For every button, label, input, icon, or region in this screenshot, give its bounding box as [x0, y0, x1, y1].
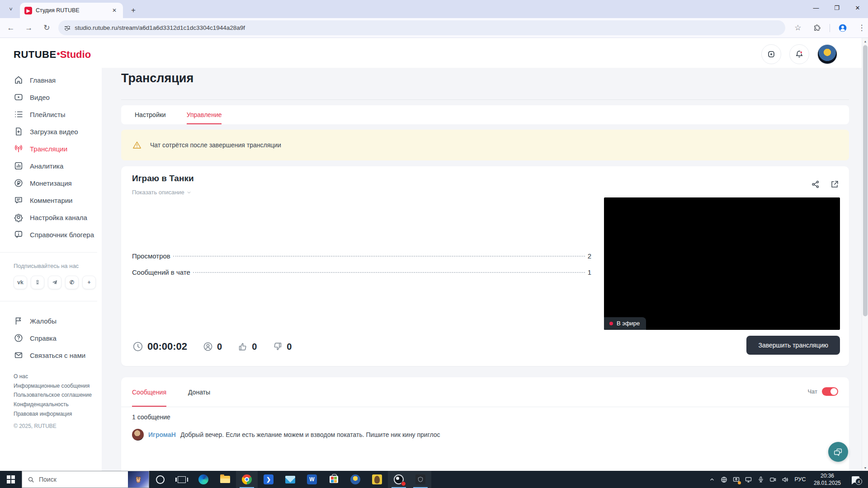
create-upload-button[interactable] — [761, 44, 781, 64]
app-avatar-button[interactable] — [344, 471, 366, 488]
word-button[interactable]: W — [301, 471, 323, 488]
tab-donations[interactable]: Донаты — [188, 377, 210, 407]
sidebar-item-label: Настройка канала — [30, 214, 87, 221]
more-socials-icon[interactable]: + — [82, 276, 96, 289]
browser-tab[interactable]: ▶ Студия RUTUBE ✕ — [20, 3, 123, 18]
flag-icon — [14, 316, 24, 326]
clock-icon — [132, 341, 144, 352]
reload-icon[interactable]: ↻ — [40, 21, 54, 35]
back-icon[interactable]: ← — [4, 21, 18, 35]
sidebar-item-help[interactable]: Справка — [14, 329, 102, 347]
stream-video-preview[interactable]: В эфире — [604, 197, 840, 330]
tab-messages[interactable]: Сообщения — [132, 377, 166, 407]
sidebar-item-broadcasts[interactable]: Трансляции — [14, 140, 102, 157]
minimize-icon[interactable]: — — [806, 0, 826, 15]
cast-screen-icon[interactable] — [730, 471, 742, 488]
close-icon[interactable]: ✕ — [847, 0, 868, 15]
sidebar-item-analytics[interactable]: Аналитика — [14, 157, 102, 174]
maximize-icon[interactable]: ❐ — [826, 0, 847, 15]
end-stream-button[interactable]: Завершить трансляцию — [746, 336, 840, 355]
action-center-button[interactable]: 4 — [845, 471, 865, 488]
chat-author[interactable]: ИгромаН — [148, 431, 176, 438]
tab-control[interactable]: Управление — [187, 105, 222, 124]
app-blue-arrow-button[interactable]: ❯ — [258, 471, 279, 488]
taskbar-search[interactable]: Поиск 🦉 — [22, 471, 149, 488]
sidebar-item-video[interactable]: Видео — [14, 89, 102, 106]
viber-icon[interactable]: ✆ — [65, 276, 79, 289]
main-content: Трансляция Настройки Управление Чат сотр… — [102, 68, 862, 471]
sidebar-item-home[interactable]: Главная — [14, 71, 102, 89]
language-indicator[interactable]: РУС — [791, 476, 809, 483]
address-bar[interactable]: studio.rutube.ru/stream/a6d1a6d3312d1c1d… — [58, 20, 785, 35]
tab-close-icon[interactable]: ✕ — [110, 6, 118, 14]
scroll-up-icon[interactable]: ▲ — [862, 38, 868, 44]
odnoklassniki-icon[interactable] — [31, 276, 44, 289]
tab-settings[interactable]: Настройки — [135, 105, 166, 124]
footer-link-legal[interactable]: Правовая информация — [14, 409, 102, 419]
edge-button[interactable] — [193, 471, 214, 488]
rutube-favicon-icon: ▶ — [24, 7, 32, 14]
start-button[interactable] — [0, 471, 22, 488]
browser-menu-icon[interactable]: ⋮ — [855, 22, 868, 34]
onedrive-icon[interactable] — [718, 471, 730, 488]
playlist-icon — [14, 109, 24, 119]
footer-link-terms[interactable]: Пользовательское соглашение — [14, 390, 102, 400]
cortana-button[interactable] — [149, 471, 171, 488]
sidebar-item-contact-us[interactable]: Связаться с нами — [14, 347, 102, 364]
display-icon[interactable] — [742, 471, 755, 488]
camera-icon[interactable] — [767, 471, 779, 488]
sidebar-item-label: Справка — [30, 334, 57, 342]
notifications-bell-icon[interactable] — [789, 44, 809, 64]
site-settings-icon[interactable] — [65, 26, 70, 29]
extensions-icon[interactable] — [811, 22, 823, 34]
chat-user-avatar[interactable] — [132, 429, 144, 441]
profile-icon[interactable] — [836, 22, 849, 34]
new-tab-button[interactable]: + — [127, 5, 139, 16]
scrollbar-thumb[interactable] — [863, 45, 868, 316]
obs-button[interactable] — [388, 471, 410, 488]
world-of-tanks-button[interactable] — [410, 471, 431, 488]
vk-icon[interactable]: vk — [14, 276, 27, 289]
microphone-icon[interactable] — [755, 471, 767, 488]
likes-count: 0 — [237, 341, 257, 352]
sidebar-item-channel-settings[interactable]: Настройка канала — [14, 209, 102, 226]
search-highlight-art[interactable]: 🦉 — [128, 471, 149, 488]
page-scrollbar[interactable]: ▲ ▼ — [862, 38, 868, 471]
status-dot — [738, 481, 741, 484]
sidebar-item-blogger-guide[interactable]: Справочник блогера — [14, 226, 102, 243]
mail-button[interactable] — [279, 471, 301, 488]
mail-app-icon — [285, 476, 295, 483]
footer-link-info[interactable]: Информационные сообщения — [14, 381, 102, 391]
scroll-down-icon[interactable]: ▼ — [862, 465, 868, 471]
footer-link-privacy[interactable]: Конфиденциальность — [14, 400, 102, 409]
support-chat-button[interactable] — [828, 442, 848, 462]
file-explorer-button[interactable] — [214, 471, 236, 488]
share-icon[interactable] — [809, 178, 822, 191]
sidebar-item-complaints[interactable]: Жалобы — [14, 312, 102, 329]
telegram-icon[interactable] — [48, 276, 61, 289]
footer-link-about[interactable]: О нас — [14, 372, 102, 381]
forward-icon[interactable]: → — [22, 21, 36, 35]
live-badge: В эфире — [604, 317, 646, 330]
bookmark-star-icon[interactable]: ☆ — [792, 22, 804, 34]
tab-search-button[interactable]: ˅ — [5, 3, 17, 15]
sidebar-item-monetization[interactable]: Монетизация — [14, 174, 102, 192]
speaker-icon[interactable] — [779, 471, 791, 488]
chat-toggle-switch[interactable] — [822, 387, 838, 396]
tray-expand-icon[interactable] — [706, 471, 718, 488]
microsoft-store-button[interactable] — [323, 471, 344, 488]
sidebar-item-comments[interactable]: Комментарии — [14, 192, 102, 209]
sidebar-item-label: Связаться с нами — [30, 352, 85, 359]
user-avatar[interactable] — [817, 44, 837, 64]
sidebar-item-upload[interactable]: Загрузка видео — [14, 123, 102, 140]
sidebar-item-playlists[interactable]: Плейлисты — [14, 106, 102, 123]
word-icon: W — [307, 474, 317, 484]
chrome-button[interactable] — [236, 471, 258, 488]
show-description-toggle[interactable]: Показать описание — [132, 189, 192, 196]
app-game-button[interactable] — [366, 471, 388, 488]
taskbar-clock[interactable]: 20:36 28.01.2025 — [809, 472, 845, 487]
rutube-studio-logo[interactable]: RUTUBE Studio — [14, 49, 102, 61]
url-text: studio.rutube.ru/stream/a6d1a6d3312d1c1d… — [75, 24, 245, 31]
task-view-button[interactable] — [171, 471, 193, 488]
open-external-icon[interactable] — [828, 178, 841, 191]
